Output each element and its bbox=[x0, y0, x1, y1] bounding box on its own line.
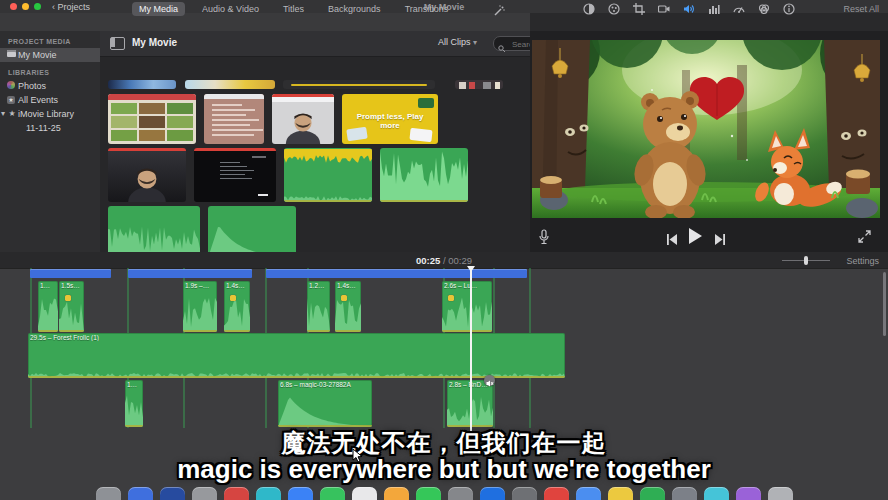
dock-app-icon[interactable] bbox=[320, 487, 345, 500]
dock-app-icon[interactable] bbox=[96, 487, 121, 500]
dock-app-icon[interactable] bbox=[672, 487, 697, 500]
media-thumbnail-audio-decay[interactable] bbox=[208, 206, 296, 258]
photos-icon bbox=[6, 81, 16, 91]
dock-app-icon[interactable] bbox=[448, 487, 473, 500]
media-browser: My Movie All Clips ▾ ➔ Prompt less, Play… bbox=[100, 31, 530, 252]
timeline-clip[interactable]: 1.2… bbox=[307, 281, 330, 332]
fullscreen-icon[interactable] bbox=[858, 229, 871, 247]
playback-controls bbox=[530, 223, 888, 252]
play-icon[interactable] bbox=[688, 228, 703, 248]
timeline-clip[interactable]: 1.9s –… bbox=[183, 281, 217, 332]
media-thumbnail-audio-wave[interactable] bbox=[108, 206, 200, 258]
dock-app-icon[interactable] bbox=[416, 487, 441, 500]
info-icon[interactable] bbox=[783, 3, 795, 15]
timeline-clip[interactable]: 1.4s… bbox=[335, 281, 361, 332]
dock-app-icon[interactable] bbox=[480, 487, 505, 500]
skip-back-icon[interactable] bbox=[666, 231, 678, 249]
media-thumbnail-promo[interactable]: Prompt less, Play more bbox=[342, 94, 438, 144]
timeline-clip[interactable]: 1… bbox=[125, 380, 143, 427]
playhead-handle[interactable] bbox=[467, 266, 475, 272]
timeline-clip[interactable]: 2.6s – Lu… bbox=[442, 281, 492, 332]
title-track-bar[interactable] bbox=[266, 269, 527, 278]
tab-backgrounds[interactable]: Backgrounds bbox=[321, 2, 388, 16]
zoom-slider-knob[interactable] bbox=[804, 256, 808, 265]
title-track-bar[interactable] bbox=[128, 269, 252, 278]
enhance-wand-icon[interactable] bbox=[493, 3, 505, 21]
timeline-clip[interactable]: 29.5s – Forest Frolic (1) bbox=[28, 333, 565, 378]
media-thumbnail-strip-sky[interactable] bbox=[185, 80, 275, 89]
timeline-clip[interactable]: 6.8s – magic-03-27882A bbox=[278, 380, 372, 427]
dock-app-icon[interactable] bbox=[224, 487, 249, 500]
clips-filter-dropdown[interactable]: All Clips ▾ bbox=[438, 37, 477, 47]
macos-dock bbox=[0, 487, 888, 500]
volume-mute-badge-icon[interactable] bbox=[484, 375, 495, 386]
dock-app-icon[interactable] bbox=[704, 487, 729, 500]
media-thumbnail-audio-tall[interactable] bbox=[380, 148, 468, 202]
title-track-bar[interactable] bbox=[30, 269, 111, 278]
tab-audio-video[interactable]: Audio & Video bbox=[195, 2, 266, 16]
chevron-updown-icon: ▾ bbox=[473, 38, 477, 47]
volume-icon[interactable] bbox=[683, 3, 695, 15]
sidebar-item-my-movie[interactable]: My Movie bbox=[0, 48, 100, 62]
search-icon bbox=[498, 39, 506, 57]
color-correction-icon[interactable] bbox=[608, 3, 620, 15]
timeline-clip[interactable]: 1.5s… bbox=[59, 281, 84, 332]
media-thumbnail-webcam-dark[interactable] bbox=[108, 148, 186, 202]
imovie-window: ‹ Projects ▤ ↓ My Movie My MediaAudio & … bbox=[0, 0, 888, 500]
color-balance-icon[interactable] bbox=[583, 3, 595, 15]
audio-effect-badge-icon bbox=[341, 295, 347, 301]
subtitle-english: magic is everywhere but but we're togeth… bbox=[0, 454, 888, 485]
timeline-scrollbar[interactable] bbox=[883, 272, 886, 336]
dock-app-icon[interactable] bbox=[576, 487, 601, 500]
tab-transitions[interactable]: Transitions bbox=[398, 2, 456, 16]
dock-app-icon[interactable] bbox=[640, 487, 665, 500]
speed-icon[interactable] bbox=[733, 3, 745, 15]
reset-all-button[interactable]: Reset All bbox=[843, 4, 879, 14]
dock-app-icon[interactable] bbox=[608, 487, 633, 500]
playhead[interactable] bbox=[470, 266, 472, 432]
media-thumbnail-notes[interactable] bbox=[204, 94, 264, 144]
audio-effect-badge-icon bbox=[65, 295, 71, 301]
dock-app-icon[interactable] bbox=[128, 487, 153, 500]
dock-app-icon[interactable] bbox=[352, 487, 377, 500]
sidebar-item-imovie-library[interactable]: ▾★iMovie Library bbox=[0, 107, 100, 121]
dock-app-icon[interactable] bbox=[192, 487, 217, 500]
tab-titles[interactable]: Titles bbox=[276, 2, 311, 16]
microphone-icon[interactable] bbox=[538, 229, 550, 249]
dock-app-icon[interactable] bbox=[160, 487, 185, 500]
media-browser-header: My Movie All Clips ▾ ➔ bbox=[100, 31, 530, 57]
media-thumbnail-webcam-light[interactable] bbox=[272, 94, 334, 144]
media-thumbnail-terminal[interactable] bbox=[194, 148, 276, 202]
sidebar-toggle-icon[interactable] bbox=[110, 37, 125, 50]
dock-app-icon[interactable] bbox=[256, 487, 281, 500]
dock-app-icon[interactable] bbox=[384, 487, 409, 500]
tab-my-media[interactable]: My Media bbox=[132, 2, 185, 16]
video-viewer[interactable] bbox=[532, 40, 880, 218]
libraries-sidebar: PROJECT MEDIAMy MovieLIBRARIESPhotos★All… bbox=[0, 31, 101, 252]
clip-filter-icon[interactable] bbox=[758, 3, 770, 15]
media-browser-title: My Movie bbox=[132, 37, 177, 48]
stabilization-icon[interactable] bbox=[658, 3, 670, 15]
dock-app-icon[interactable] bbox=[768, 487, 793, 500]
sidebar-item-all-events[interactable]: ★All Events bbox=[0, 93, 100, 107]
dock-app-icon[interactable] bbox=[512, 487, 537, 500]
noise-eq-icon[interactable] bbox=[708, 3, 720, 15]
sidebar-item-photos[interactable]: Photos bbox=[0, 79, 100, 93]
timecode-display: 00:25 / 00:29 bbox=[0, 255, 888, 266]
media-thumbnail-audio-band[interactable] bbox=[284, 148, 372, 202]
timeline-settings-button[interactable]: Settings bbox=[846, 256, 879, 266]
timeline-clip[interactable]: 1… bbox=[38, 281, 58, 332]
media-thumbnail-strip-people[interactable] bbox=[455, 80, 503, 89]
dock-app-icon[interactable] bbox=[736, 487, 761, 500]
dock-app-icon[interactable] bbox=[544, 487, 569, 500]
dock-app-icon[interactable] bbox=[288, 487, 313, 500]
sidebar-item-11-11-25[interactable]: 11-11-25 bbox=[0, 121, 100, 135]
skip-forward-icon[interactable] bbox=[714, 231, 726, 249]
audio-effect-badge-icon bbox=[448, 295, 454, 301]
media-thumbnail-grid[interactable] bbox=[108, 94, 196, 144]
media-thumbnail-strip-yellowline[interactable] bbox=[283, 80, 435, 89]
timeline-zoom-slider[interactable] bbox=[782, 260, 830, 261]
media-thumbnail-strip-blue[interactable] bbox=[108, 80, 176, 89]
timeline-clip[interactable]: 1.4s… bbox=[224, 281, 250, 332]
crop-icon[interactable] bbox=[633, 3, 645, 15]
